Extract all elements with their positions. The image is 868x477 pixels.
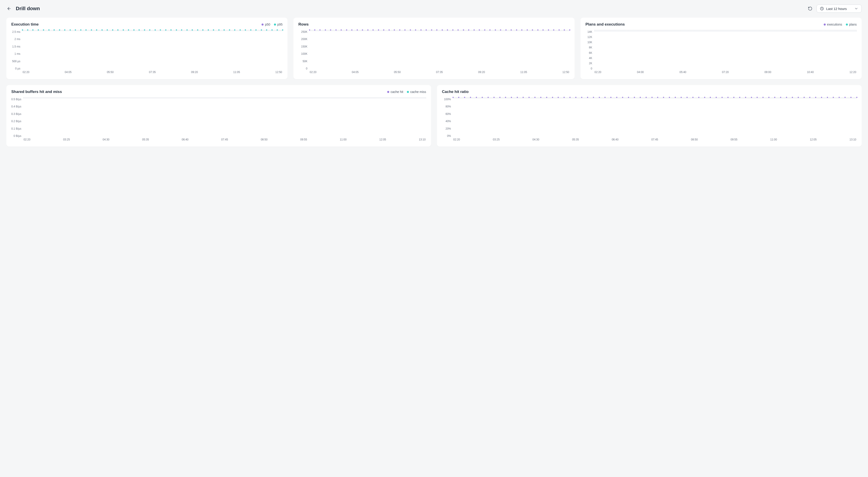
data-point <box>528 97 530 98</box>
data-point <box>710 97 711 98</box>
data-point <box>575 97 577 98</box>
data-point <box>537 29 538 31</box>
plot-column: 02:2003:2504:3005:3506:4007:4508:5009:55… <box>453 97 857 143</box>
data-point <box>197 29 198 31</box>
chart-header: Cache hit ratio <box>442 90 857 94</box>
data-point <box>839 97 840 98</box>
data-point <box>208 29 209 31</box>
plot-column: 02:2004:0005:4007:2009:0010:4012:20 <box>594 30 857 75</box>
plot-column: 02:2004:0505:5007:3509:2011:0512:50 <box>309 30 569 75</box>
x-tick: 06:40 <box>612 138 618 143</box>
data-point <box>532 29 533 31</box>
x-tick: 13:10 <box>849 138 856 143</box>
data-point <box>564 29 565 31</box>
data-point <box>101 29 103 31</box>
data-point <box>774 97 775 98</box>
y-tick: 60% <box>445 112 451 116</box>
x-axis: 02:2004:0005:4007:2009:0010:4012:20 <box>594 70 857 75</box>
x-tick: 04:05 <box>352 70 359 75</box>
chart-legend: executionsplans <box>824 23 857 26</box>
data-point <box>351 29 352 31</box>
data-point <box>447 29 448 31</box>
data-point <box>107 29 108 31</box>
x-tick: 04:05 <box>65 70 71 75</box>
y-tick: 250K <box>301 30 307 33</box>
data-point <box>628 97 629 98</box>
data-point <box>745 97 746 98</box>
data-point <box>43 29 44 31</box>
data-point <box>250 29 251 31</box>
x-tick: 07:20 <box>722 70 729 75</box>
data-point <box>229 29 230 31</box>
legend-dot-icon <box>846 24 848 26</box>
data-point <box>394 29 395 31</box>
data-point <box>599 97 600 98</box>
y-tick: 0 µs <box>15 67 20 70</box>
data-point <box>581 97 582 98</box>
data-point <box>663 97 664 98</box>
legend-item: plans <box>846 23 857 26</box>
x-tick: 05:35 <box>142 138 149 143</box>
time-range-selector[interactable]: Last 12 hours <box>816 4 862 13</box>
x-tick: 07:35 <box>149 70 156 75</box>
y-tick: 8K <box>589 46 592 49</box>
data-point <box>144 29 145 31</box>
data-point <box>86 29 87 31</box>
x-tick: 07:45 <box>651 138 658 143</box>
data-point <box>604 97 606 98</box>
x-tick: 09:55 <box>731 138 737 143</box>
y-tick: 2.5 ms <box>12 30 20 33</box>
header-right: Last 12 hours <box>807 4 862 13</box>
data-point <box>476 97 477 98</box>
data-point <box>751 97 752 98</box>
data-point <box>510 29 512 31</box>
x-tick: 08:50 <box>691 138 698 143</box>
y-axis: 0.5 B/µs0.4 B/µs0.3 B/µs0.2 B/µs0.1 B/µs… <box>11 97 23 143</box>
y-tick: 4K <box>589 57 592 60</box>
legend-item: p95 <box>274 23 283 26</box>
x-tick: 05:35 <box>572 138 579 143</box>
x-tick: 10:40 <box>807 70 814 75</box>
chart-legend: p50p95 <box>261 23 283 26</box>
data-point <box>389 29 390 31</box>
back-button[interactable] <box>6 6 12 11</box>
legend-item: p50 <box>261 23 270 26</box>
data-point <box>463 29 464 31</box>
data-point <box>473 29 475 31</box>
data-point <box>181 29 182 31</box>
data-point <box>309 29 310 31</box>
plot-column: 02:2003:2504:3005:3506:4007:4508:5009:55… <box>23 97 426 143</box>
chart-card-cache-hit-ratio: Cache hit ratio100%80%60%40%20%0%02:2003… <box>437 85 862 147</box>
y-tick: 12K <box>587 35 592 39</box>
data-point <box>357 29 358 31</box>
data-point <box>727 97 728 98</box>
x-tick: 09:20 <box>478 70 485 75</box>
y-tick: 500 µs <box>12 60 20 63</box>
data-point <box>341 29 342 31</box>
data-point <box>495 29 496 31</box>
data-point <box>27 29 28 31</box>
data-point <box>431 29 432 31</box>
y-axis: 100%80%60%40%20%0% <box>442 97 453 143</box>
chart-body: 100%80%60%40%20%0%02:2003:2504:3005:3506… <box>442 97 857 143</box>
chart-card-rows: Rows250K200K150K100K50K002:2004:0505:500… <box>293 18 575 79</box>
refresh-button[interactable] <box>807 5 813 12</box>
data-point <box>410 29 411 31</box>
data-point <box>523 97 524 98</box>
x-tick: 03:25 <box>493 138 500 143</box>
x-tick: 02:20 <box>453 138 460 143</box>
data-point <box>436 29 437 31</box>
data-point <box>792 97 793 98</box>
data-point <box>123 29 124 31</box>
data-point <box>282 29 283 31</box>
legend-label: executions <box>827 23 842 26</box>
data-point <box>669 97 670 98</box>
data-point <box>488 97 489 98</box>
data-point <box>563 97 565 98</box>
data-point <box>49 29 50 31</box>
x-tick: 11:00 <box>340 138 346 143</box>
data-point <box>442 29 443 31</box>
x-tick: 04:30 <box>103 138 110 143</box>
x-tick: 02:20 <box>24 138 30 143</box>
y-tick: 0.3 B/µs <box>11 112 21 116</box>
